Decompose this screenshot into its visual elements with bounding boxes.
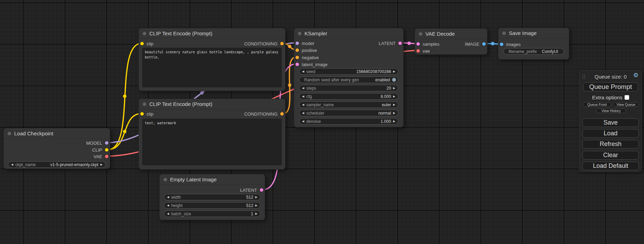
arrow-right-icon[interactable]: ▶ bbox=[393, 103, 395, 106]
node-title-bar[interactable]: KSampler bbox=[294, 28, 403, 39]
arrow-left-icon[interactable]: ◀ bbox=[167, 204, 169, 207]
output-slot-latent: LATENT bbox=[160, 187, 265, 193]
vae-input-dot[interactable] bbox=[416, 49, 420, 53]
arrow-right-icon[interactable]: ▶ bbox=[393, 95, 395, 98]
node-clip-text-encode-negative[interactable]: CLIP Text Encode (Prompt) clip CONDITION… bbox=[139, 99, 285, 170]
node-title-bar[interactable]: Load Checkpoint bbox=[4, 128, 110, 139]
arrow-right-icon[interactable]: ▶ bbox=[255, 204, 257, 207]
collapse-dot-icon[interactable] bbox=[8, 132, 11, 135]
widget-height[interactable]: ◀ height 512 ▶ bbox=[164, 202, 261, 209]
arrow-right-icon[interactable]: ▶ bbox=[393, 70, 395, 73]
queue-front-button[interactable]: Queue Front bbox=[583, 102, 611, 107]
node-ksampler[interactable]: KSampler model LATENT positive negative … bbox=[294, 28, 404, 127]
settings-gear-icon[interactable]: ⚙ bbox=[633, 72, 638, 78]
arrow-right-icon[interactable]: ▶ bbox=[393, 120, 395, 123]
widget-value: 156680208700286 bbox=[356, 69, 391, 74]
input-label: negative bbox=[302, 55, 319, 60]
arrow-left-icon[interactable]: ◀ bbox=[302, 70, 304, 73]
latent-output-dot[interactable] bbox=[260, 188, 263, 192]
widget-filename-prefix[interactable]: filename_prefix ComfyUI bbox=[503, 48, 564, 55]
refresh-button[interactable]: Refresh bbox=[582, 140, 639, 148]
widget-denoise[interactable]: ◀ denoise 1.000 ▶ bbox=[299, 118, 398, 125]
load-button[interactable]: Load bbox=[582, 129, 639, 138]
node-load-checkpoint[interactable]: Load Checkpoint MODEL CLIP VAE ◀ ckpt_na… bbox=[3, 128, 110, 169]
node-title-bar[interactable]: Save Image bbox=[499, 28, 569, 38]
view-history-button[interactable]: View History bbox=[596, 108, 626, 113]
positive-prompt-textarea[interactable]: beautiful scenery nature glass bottle la… bbox=[142, 48, 282, 87]
vae-output-dot[interactable] bbox=[105, 155, 108, 158]
image-output-dot[interactable] bbox=[482, 42, 486, 46]
widget-value: euler bbox=[382, 102, 391, 107]
link-midpoint-dot bbox=[123, 94, 126, 98]
positive-input-dot[interactable] bbox=[295, 48, 299, 52]
arrow-left-icon[interactable]: ◀ bbox=[167, 213, 169, 215]
toggle-knob-icon[interactable] bbox=[392, 78, 396, 82]
collapse-dot-icon[interactable] bbox=[419, 32, 422, 36]
arrow-right-icon[interactable]: ▶ bbox=[255, 196, 257, 199]
negative-input-dot[interactable] bbox=[295, 56, 299, 59]
node-empty-latent-image[interactable]: Empty Latent Image LATENT ◀ width 512 ▶ … bbox=[159, 174, 265, 220]
load-default-button[interactable]: Load Default bbox=[582, 162, 639, 170]
conditioning-output-dot[interactable] bbox=[280, 42, 284, 45]
images-input-dot[interactable] bbox=[500, 43, 503, 46]
output-label: CLIP bbox=[92, 147, 102, 153]
collapse-dot-icon[interactable] bbox=[502, 31, 506, 35]
arrow-right-icon[interactable]: ▶ bbox=[100, 163, 103, 166]
widget-batch-size[interactable]: ◀ batch_size 1 ▶ bbox=[164, 210, 261, 217]
clear-button[interactable]: Clear bbox=[582, 151, 639, 160]
clip-output-dot[interactable] bbox=[105, 148, 108, 152]
input-label: vae bbox=[423, 48, 430, 54]
arrow-left-icon[interactable]: ◀ bbox=[302, 103, 304, 106]
arrow-left-icon[interactable]: ◀ bbox=[302, 120, 304, 123]
arrow-right-icon[interactable]: ▶ bbox=[255, 213, 257, 215]
node-clip-text-encode-positive[interactable]: CLIP Text Encode (Prompt) clip CONDITION… bbox=[139, 28, 285, 91]
latent-image-input-dot[interactable] bbox=[295, 63, 299, 66]
widget-sampler-name[interactable]: ◀ sampler_name euler ▶ bbox=[299, 101, 398, 108]
clip-input-dot[interactable] bbox=[140, 42, 144, 45]
clip-input-dot[interactable] bbox=[140, 112, 144, 116]
arrow-right-icon[interactable]: ▶ bbox=[393, 112, 395, 115]
node-title: Load Checkpoint bbox=[14, 130, 53, 136]
output-slot-clip: CLIP bbox=[4, 146, 110, 153]
node-save-image[interactable]: Save Image images filename_prefix ComfyU… bbox=[498, 28, 569, 60]
widget-cfg[interactable]: ◀ cfg 8.000 ▶ bbox=[299, 93, 398, 100]
collapse-dot-icon[interactable] bbox=[143, 102, 146, 106]
slot-row: clip CONDITIONING bbox=[139, 110, 285, 117]
samples-input-dot[interactable] bbox=[416, 42, 420, 46]
queue-prompt-button[interactable]: Queue Prompt bbox=[583, 82, 638, 91]
widget-value: normal bbox=[378, 111, 391, 116]
slot-row: clip CONDITIONING bbox=[139, 40, 285, 47]
node-title-bar[interactable]: CLIP Text Encode (Prompt) bbox=[139, 28, 285, 39]
widget-scheduler[interactable]: ◀ scheduler normal ▶ bbox=[299, 110, 398, 116]
model-input-dot[interactable] bbox=[295, 42, 299, 45]
node-title: Empty Latent Image bbox=[170, 177, 217, 182]
collapse-dot-icon[interactable] bbox=[143, 32, 146, 35]
widget-ckpt-name[interactable]: ◀ ckpt_name v1-5-pruned-emaonly.ckpt ▶ bbox=[8, 161, 106, 168]
latent-output-dot[interactable] bbox=[398, 42, 402, 45]
model-output-dot[interactable] bbox=[105, 141, 108, 145]
arrow-left-icon[interactable]: ◀ bbox=[302, 112, 304, 115]
node-vae-decode[interactable]: VAE Decode samples IMAGE vae bbox=[415, 28, 487, 55]
collapse-dot-icon[interactable] bbox=[298, 32, 301, 35]
widget-width[interactable]: ◀ width 512 ▶ bbox=[164, 194, 261, 200]
conditioning-output-dot[interactable] bbox=[280, 112, 284, 116]
widget-steps[interactable]: ◀ steps 20 ▶ bbox=[299, 85, 398, 91]
arrow-left-icon[interactable]: ◀ bbox=[11, 163, 13, 166]
node-title-bar[interactable]: Empty Latent Image bbox=[160, 174, 265, 185]
arrow-right-icon[interactable]: ▶ bbox=[393, 87, 395, 90]
arrow-left-icon[interactable]: ◀ bbox=[302, 87, 304, 90]
arrow-left-icon[interactable]: ◀ bbox=[167, 196, 169, 199]
input-slot-negative: negative bbox=[294, 54, 403, 61]
output-slot-vae: VAE bbox=[4, 153, 110, 160]
arrow-left-icon[interactable]: ◀ bbox=[302, 95, 304, 98]
node-title-bar[interactable]: VAE Decode bbox=[415, 29, 487, 39]
widget-seed[interactable]: ◀ seed 156680208700286 ▶ bbox=[299, 68, 398, 75]
widget-random-seed-toggle[interactable]: Random seed after every gen enabled bbox=[299, 76, 398, 83]
extra-options-checkbox[interactable] bbox=[625, 95, 629, 100]
node-title-bar[interactable]: CLIP Text Encode (Prompt) bbox=[139, 99, 285, 109]
link-midpoint-dot bbox=[491, 42, 494, 45]
negative-prompt-textarea[interactable]: text, watermark bbox=[142, 119, 282, 165]
view-queue-button[interactable]: View Queue bbox=[613, 102, 639, 107]
collapse-dot-icon[interactable] bbox=[164, 178, 167, 181]
save-button[interactable]: Save bbox=[582, 118, 639, 127]
